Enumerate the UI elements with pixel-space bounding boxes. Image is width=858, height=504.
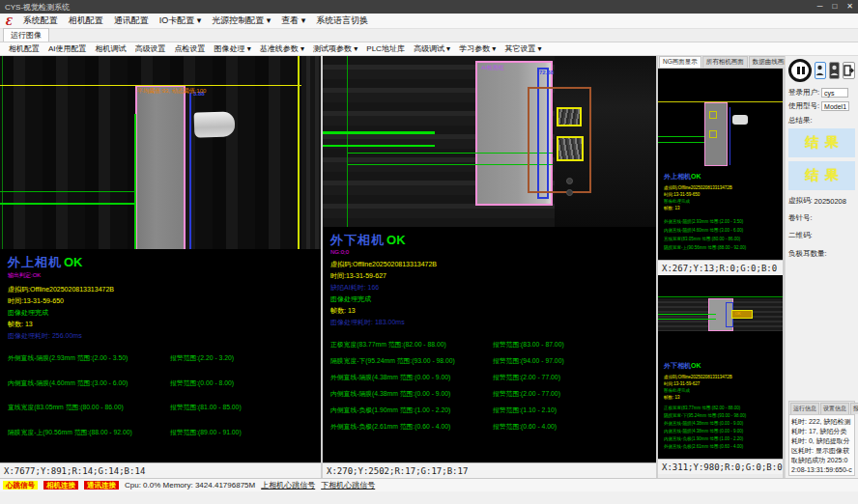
thumbnail-upper-camera[interactable]: 外上相机OK 虚拟码:Offline2025020813313472B 时间:1… — [658, 69, 783, 260]
tool-other-settings[interactable]: 其它设置 ▾ — [504, 43, 541, 54]
tab-run-image[interactable]: 运行图像 — [3, 28, 49, 42]
menu-system-config[interactable]: 系统配置 — [23, 14, 58, 27]
measurement-row: 内侧直线-隔膜(4.60mm 范围:(3.00 - 6.00)报警范围:(0.0… — [8, 378, 313, 388]
app-logo-icon: Ɛ — [6, 14, 13, 27]
menu-io-config[interactable]: IO卡配置 ▾ — [159, 14, 202, 27]
qr-code-label: 二维码: — [788, 231, 855, 240]
yellow-guide-line — [298, 56, 300, 249]
bolt-feature — [566, 178, 573, 184]
green-measure-line — [323, 145, 435, 147]
blue-measure-line — [189, 93, 191, 249]
mid-pixel-readout: X:270;Y:2502;R:17;G:17;B:17 — [323, 462, 656, 478]
green-measure-line — [658, 142, 704, 143]
minimize-button[interactable]: ─ — [817, 3, 823, 11]
close-button[interactable]: ✕ — [846, 3, 853, 11]
threshold-label: 平均阈值:93, 动态阈值:100 — [137, 88, 206, 94]
login-user-value[interactable]: cys — [821, 88, 848, 98]
tab-ng-display[interactable]: NG画面显示 — [659, 56, 701, 68]
measurement-row: 外侧直线-负极(2.61mm 范围:(0.60 - 4.00)报警范围:(0.6… — [330, 422, 648, 432]
tool-camera-debug[interactable]: 相机调试 — [96, 43, 127, 54]
app-window: CYS-视觉检测系统 ─ □ ✕ Ɛ 系统配置 相机配置 通讯配置 IO卡配置 … — [0, 0, 858, 504]
mid-barcode: 虚拟码:Offline2025020813313472B — [330, 259, 648, 270]
thumbnail-lower-camera[interactable]: OK 外下相机OK 虚拟码:Offline2025020813313472B 时… — [658, 275, 783, 459]
menu-light-config[interactable]: 光源控制配置 ▾ — [212, 14, 271, 27]
tool-advanced-debug[interactable]: 高级调试 ▾ — [414, 43, 450, 54]
left-camera-title: 外上相机 — [8, 255, 62, 269]
measurement-row: 隔膜宽度-上(90.56mm 范围:(88.00 - 92.00)报警范围:(8… — [8, 428, 313, 437]
mid-camera-subinfo: NG:0;0 — [330, 249, 648, 255]
measurement-row: 直线宽度(83.05mm 范围:(80.00 - 86.00)报警范围:(81.… — [8, 403, 313, 412]
logout-button[interactable] — [843, 62, 855, 79]
user-icon — [830, 65, 839, 76]
tab-all-cameras[interactable]: 所有相机画面 — [702, 56, 748, 68]
result-display-upper: 结果 — [788, 128, 855, 157]
menu-comm-config[interactable]: 通讯配置 — [114, 14, 149, 27]
blue-measure-line — [729, 107, 730, 165]
login-user-label: 登录用户: — [788, 88, 819, 98]
thumb2-pixel-readout: X:311;Y:980;R:0;G:0;B:0 — [658, 459, 783, 474]
highlight-text: OK — [735, 312, 741, 316]
user-login-button[interactable] — [815, 62, 826, 79]
green-measure-line — [323, 131, 435, 134]
pause-button[interactable] — [788, 59, 812, 82]
lower-camera-heartbeat-link[interactable]: 下相机心跳信号 — [321, 480, 375, 490]
green-guide-line — [658, 296, 783, 297]
heartbeat-badge: 心跳信号 — [3, 481, 38, 490]
tool-learning-params[interactable]: 学习参数 ▾ — [459, 43, 496, 54]
total-result-label: 总结果: — [788, 116, 855, 126]
tool-camera-config[interactable]: 相机配置 — [9, 43, 40, 54]
menubar: Ɛ 系统配置 相机配置 通讯配置 IO卡配置 ▾ 光源控制配置 ▾ 查看 ▾ 系… — [0, 14, 858, 29]
thumbnail-tabs: NG画面显示 所有相机画面 数据曲线画面 — [658, 56, 783, 69]
left-frames: 帧数: 13 — [8, 319, 313, 330]
green-measure-line — [658, 314, 716, 315]
bolt-feature — [566, 189, 573, 196]
tab-detect-box — [709, 130, 717, 138]
maximize-button[interactable]: □ — [832, 3, 837, 11]
left-barcode: 虚拟码:Offline2025020813313472B — [8, 284, 313, 295]
cpu-memory-readout: Cpu: 0.0% Memory: 3424.41796875M — [125, 481, 255, 490]
green-measure-line — [0, 203, 135, 205]
tool-baseline-params[interactable]: 基准线参数 ▾ — [260, 43, 304, 54]
comm-link-badge: 通讯连接 — [84, 481, 119, 490]
window-title: CYS-视觉检测系统 — [5, 2, 70, 13]
mid-elapsed: 图像处理耗时: 183.00ms — [330, 317, 648, 328]
mid-camera-report: 外下相机OK NG:0;0 虚拟码:Offline202502081331347… — [323, 227, 656, 462]
tab-run-info[interactable]: 运行信息 — [790, 403, 819, 414]
model-value[interactable]: Model1 — [821, 101, 849, 111]
tool-plc-address[interactable]: PLC地址库 — [366, 43, 405, 54]
tool-ai-config[interactable]: AI使用配置 — [48, 43, 87, 54]
menu-camera-config[interactable]: 相机配置 — [69, 14, 103, 27]
mid-camera-panel: AI检测框 72.88 外下相机OK NG:0;0 虚拟码:Offline202… — [323, 56, 656, 478]
left-camera-result: OK — [64, 255, 83, 269]
titlebar: CYS-视觉检测系统 ─ □ ✕ — [0, 0, 858, 14]
green-guide-line — [347, 56, 348, 227]
tab-error-info[interactable]: 报错信息 — [850, 403, 858, 414]
mid-camera-view[interactable]: AI检测框 72.88 — [323, 56, 656, 227]
tab-detect-box — [557, 107, 582, 126]
measurement-row: 内侧直线-负极(1.90mm 范围:(1.00 - 2.20)报警范围:(1.1… — [330, 406, 648, 415]
virtual-code-label: 虚拟码: — [788, 196, 813, 206]
footer-strip — [0, 491, 858, 504]
main-area: 3.88 平均阈值:93, 动态阈值:100 外上相机OK 输出判定:OK 虚拟… — [0, 56, 858, 478]
menu-view[interactable]: 查看 ▾ — [281, 14, 305, 27]
left-camera-subinfo: 输出判定:OK — [8, 271, 313, 280]
user-dark-button[interactable] — [829, 62, 841, 79]
tab-detect-box — [557, 136, 584, 161]
tab-settings-info[interactable]: 设置信息 — [820, 403, 849, 414]
tool-test-params[interactable]: 测试项参数 ▾ — [313, 43, 358, 54]
tool-spot-check[interactable]: 点检设置 — [175, 43, 206, 54]
left-time: 时间:13-31-59-650 — [8, 295, 313, 307]
measurement-row: 外侧直线-隔膜(4.38mm 范围:(0.00 - 9.00)报警范围:(2.0… — [330, 373, 648, 382]
result-display-lower: 结果 — [788, 161, 855, 190]
tool-image-processing[interactable]: 图像处理 ▾ — [214, 43, 251, 54]
runtime-info-text: 耗时: 222, 缺陷检测耗时: 17, 缺陷分类耗时: 0, 缺陷提取分区耗时… — [789, 415, 854, 475]
menu-language-switch[interactable]: 系统语言切换 — [316, 14, 368, 27]
green-measure-line — [348, 164, 553, 165]
model-label: 使用型号: — [788, 101, 819, 111]
toolbar: 相机配置 AI使用配置 相机调试 高级设置 点检设置 图像处理 ▾ 基准线参数 … — [0, 42, 858, 56]
upper-camera-heartbeat-link[interactable]: 上相机心跳信号 — [261, 480, 315, 490]
tool-advanced-settings[interactable]: 高级设置 — [135, 43, 166, 54]
electrode-tab — [732, 115, 748, 125]
left-camera-view[interactable]: 3.88 平均阈值:93, 动态阈值:100 — [0, 56, 321, 249]
pin-number-label: 卷针号: — [788, 213, 855, 223]
